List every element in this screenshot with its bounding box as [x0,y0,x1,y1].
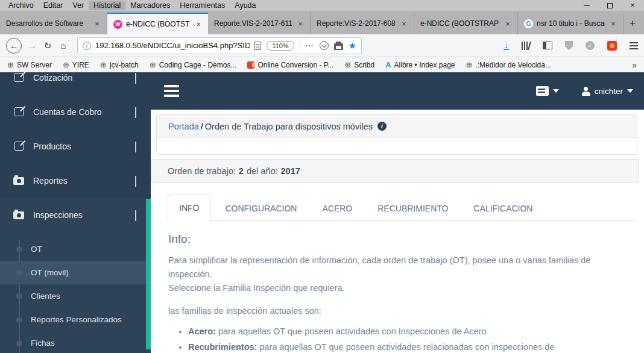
breadcrumb-home-link[interactable]: Portada [168,122,199,131]
bookmark-jcv-batch[interactable]: ⊕jcv-batch [100,60,139,69]
app-menu-icon[interactable] [630,42,638,49]
sidebar-item-productos[interactable]: Productos [0,129,151,163]
tab-recubrimiento[interactable]: RECUBRIMIENTO [367,196,459,221]
bookmark-alibre[interactable]: AAlibre • Index page [385,60,455,69]
close-tab-icon[interactable]: × [399,19,409,28]
menu-editar[interactable]: Editar [39,1,68,10]
url-bar[interactable]: i 192.168.0.50/eNDICC/ui_inicioBS4.php?S… [77,37,362,54]
menu-ayuda[interactable]: Ayuda [230,1,260,10]
bookmark-star-icon[interactable]: ★ [349,40,356,51]
close-tab-icon[interactable]: × [92,19,102,28]
close-tab-icon[interactable]: × [194,20,203,29]
menu-marcadores[interactable]: Marcadores [125,1,175,10]
browser-tab-4[interactable]: Reporte:VIS-2-2017-608-3 × [311,13,414,34]
close-tab-icon[interactable]: × [503,19,513,28]
edit-icon [11,73,26,82]
submenu-label: Fichas [31,339,55,348]
new-tab-button[interactable]: + [623,13,642,34]
submenu-item-ot[interactable]: OT [0,237,151,261]
downloads-icon[interactable]: ↓ [504,42,509,50]
server-menu-button[interactable] [536,86,559,96]
home-button[interactable]: ⌂ [55,40,71,51]
sidebar-scrollbar[interactable] [146,199,151,349]
sidebar-item-reportes[interactable]: Reportes [0,163,151,198]
bookmark-label: Alibre • Index page [394,61,455,69]
close-tab-icon[interactable]: × [295,19,305,28]
print-icon[interactable] [334,43,343,50]
alibre-icon: A [385,60,391,69]
sidebar-item-cotizacion[interactable]: Cotización [0,72,151,95]
shield-icon[interactable] [565,41,573,50]
page-actions-icon[interactable]: ⋯ [306,41,314,50]
maximize-button[interactable] [598,1,621,11]
globe-icon: ⊕ [344,60,351,69]
sidebar-item-label: Cotización [33,73,72,83]
bookmark-label: Coding Cage - Demos... [159,61,237,69]
sidebar-item-label: Productos [33,142,71,151]
info-icon[interactable]: i [377,122,387,131]
pocket-icon[interactable] [320,41,329,50]
sidebar-item-inspecciones[interactable]: Inspecciones [0,198,151,232]
tab-info[interactable]: INFO [168,195,210,221]
menu-archivo[interactable]: Archivo [4,1,39,10]
sidebar-item-cuentas-de-cobro[interactable]: Cuentas de Cobro [0,95,151,129]
bookmarks-bar: ⊕SW Server ⊕YIRE ⊕jcv-batch ⊕Coding Cage… [0,57,644,72]
browser-tab-2-active[interactable]: W e-NDICC (BOOTSTRA × [107,13,208,34]
submenu-item-fichas[interactable]: Fichas [0,331,151,353]
globe-icon: ⊕ [63,60,69,69]
url-text[interactable]: 192.168.0.50/eNDICC/ui_inicioBS4.php?SID [95,41,250,50]
submenu-item-clientes[interactable]: Clientes [0,284,151,308]
server-icon [536,86,549,96]
breadcrumb-separator: / [201,122,203,131]
user-menu-button[interactable]: cnichter [582,87,633,96]
bookmark-sw-server[interactable]: ⊕SW Server [7,60,52,69]
tab-acero[interactable]: ACERO [311,196,363,221]
browser-tab-1[interactable]: Desarrollos de Software × [0,13,107,34]
list-item-acero: Acero: para aquellas OT que poseen activ… [188,325,617,339]
camera-icon [11,210,26,219]
extension-icon[interactable] [607,41,617,51]
tab-calificacion[interactable]: CALIFICACION [462,196,543,221]
chevron-down-icon [135,107,136,117]
info-paragraph-line1: Para simplificar la representación de in… [168,254,620,281]
back-button[interactable]: ← [6,38,22,54]
urlbar-actions: 110% ⋯ ★ [254,40,356,51]
close-window-button[interactable]: × [621,1,644,11]
sidebar-collapse-icon[interactable] [164,85,179,97]
info-heading: Info: [168,233,620,246]
info-tab-panel: Info: Para simplificar la representación… [168,233,620,353]
bookmark-online-conversion[interactable]: Online Conversion - P... [247,61,333,69]
content-tabs: INFO CONFIGURACION ACERO RECUBRIMIENTO C… [168,195,637,221]
reader-mode-icon[interactable] [254,42,261,50]
bookmark-medidor[interactable]: ⊕.:Medidor de Velocida... [466,60,551,69]
minimize-button[interactable] [575,1,598,11]
sidebar-toggle-icon[interactable] [543,42,552,49]
bookmark-coding-cage[interactable]: ⊕Coding Cage - Demos... [150,60,237,69]
library-icon[interactable] [522,42,530,50]
reload-button[interactable]: ↻ [40,40,55,51]
browser-tab-3[interactable]: Reporte:VIS-2-2017-611-1 × [208,13,311,34]
close-tab-icon[interactable]: × [608,19,618,28]
page-viewport: Cotización Cuentas de Cobro Productos Re… [0,72,644,353]
breadcrumb-current: Orden de Trabajo para dispositivos móvil… [205,122,373,131]
menu-historial[interactable]: Historial [89,1,125,10]
site-info-icon[interactable]: i [83,42,91,50]
browser-tab-6[interactable]: G nsr 10 titulo i - Buscar × [518,13,623,34]
chevron-down-icon [135,176,136,186]
tab-configuracion[interactable]: CONFIGURACION [214,196,308,221]
forward-button[interactable]: → [24,40,40,51]
check-badge-icon[interactable]: ✓ [586,41,595,50]
bookmark-scribd[interactable]: ⊕Scribd [344,60,374,69]
menu-herramientas[interactable]: Herramientas [175,1,230,10]
zoom-level-indicator[interactable]: 110% [267,41,294,51]
submenu-label: OT (movil) [31,268,69,277]
menu-ver[interactable]: Ver [68,1,89,10]
submenu-item-ot-movil[interactable]: OT (movil) [0,261,151,284]
caret-down-icon [627,89,633,93]
submenu-item-reportes-personalizados[interactable]: Reportes Personalizados [0,308,151,331]
browser-tab-5[interactable]: e-NDICC (BOOTSTRAP) × [414,13,518,34]
inspection-families-list: Acero: para aquellas OT que poseen activ… [168,325,617,353]
bookmarks-overflow-icon[interactable]: » [632,60,639,70]
caret-down-icon [553,89,559,93]
bookmark-yire[interactable]: ⊕YIRE [63,60,89,69]
